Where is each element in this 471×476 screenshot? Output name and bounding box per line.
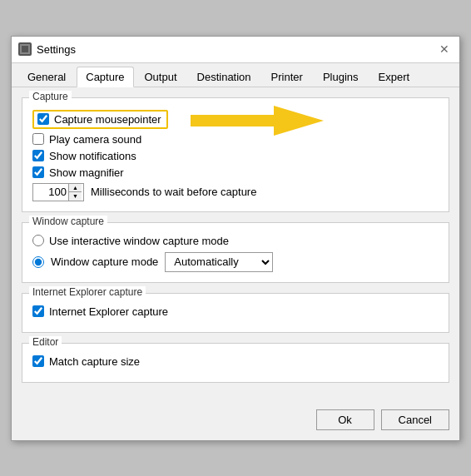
- spinner-down-button[interactable]: ▼: [69, 192, 82, 201]
- title-bar: Settings ✕: [12, 37, 459, 63]
- show-notifications-label: Show notifications: [49, 150, 136, 162]
- svg-rect-1: [22, 46, 28, 52]
- capture-section-body: Capture mousepointer: [32, 110, 439, 201]
- close-button[interactable]: ✕: [436, 41, 453, 57]
- title-bar-left: Settings: [18, 42, 76, 56]
- milliseconds-spinner[interactable]: 100 ▲ ▼: [32, 183, 84, 201]
- editor-section-title: Editor: [29, 336, 62, 348]
- capture-mousepointer-row: Capture mousepointer: [32, 110, 439, 129]
- window-capture-body: Use interactive window capture mode Wind…: [32, 235, 439, 272]
- match-capture-size-checkbox[interactable]: [32, 355, 44, 367]
- tab-general[interactable]: General: [18, 67, 75, 87]
- main-content: Capture Capture mousepointer: [12, 87, 459, 403]
- ie-capture-checkbox[interactable]: [32, 305, 44, 317]
- milliseconds-label: Milliseconds to wait before capture: [91, 186, 256, 198]
- tabs-bar: General Capture Output Destination Print…: [12, 63, 459, 87]
- show-magnifier-row: Show magnifier: [32, 166, 439, 179]
- interactive-mode-radio[interactable]: [32, 235, 44, 246]
- footer: Ok Cancel: [12, 403, 459, 440]
- tab-printer[interactable]: Printer: [262, 67, 312, 87]
- spinner-arrows: ▲ ▼: [68, 184, 82, 201]
- settings-window: Settings ✕ General Capture Output Destin…: [11, 36, 460, 441]
- tab-expert[interactable]: Expert: [369, 67, 419, 87]
- window-mode-label: Window capture mode: [51, 255, 158, 268]
- tab-output[interactable]: Output: [136, 67, 186, 87]
- svg-marker-3: [191, 106, 324, 136]
- window-title: Settings: [37, 43, 76, 56]
- ie-capture-label: Internet Explorer capture: [49, 305, 168, 318]
- show-magnifier-checkbox[interactable]: [32, 166, 44, 178]
- ie-capture-section: Internet Explorer capture Internet Explo…: [22, 293, 449, 333]
- milliseconds-input[interactable]: 100: [33, 184, 68, 201]
- editor-section-body: Match capture size: [32, 355, 439, 368]
- capture-mousepointer-label: Capture mousepointer: [54, 113, 161, 126]
- match-capture-size-row: Match capture size: [32, 355, 439, 368]
- spinner-up-button[interactable]: ▲: [69, 184, 82, 193]
- spinner-row: 100 ▲ ▼ Milliseconds to wait before capt…: [32, 183, 439, 201]
- capture-mousepointer-checkbox[interactable]: [37, 113, 49, 125]
- match-capture-size-label: Match capture size: [49, 355, 140, 368]
- yellow-arrow: [191, 106, 324, 136]
- tab-plugins[interactable]: Plugins: [314, 67, 368, 87]
- ie-capture-row: Internet Explorer capture: [32, 305, 439, 318]
- window-capture-title: Window capture: [29, 216, 107, 227]
- app-icon: [18, 42, 32, 56]
- window-mode-row: Window capture mode Automatically Manual…: [32, 252, 439, 272]
- show-magnifier-label: Show magnifier: [49, 166, 124, 179]
- window-capture-section: Window capture Use interactive window ca…: [22, 222, 449, 283]
- tab-destination[interactable]: Destination: [188, 67, 260, 87]
- tab-capture[interactable]: Capture: [77, 67, 133, 87]
- window-mode-radio[interactable]: [32, 256, 44, 268]
- cancel-button[interactable]: Cancel: [381, 409, 449, 430]
- show-notifications-checkbox[interactable]: [32, 150, 44, 161]
- ok-button[interactable]: Ok: [316, 409, 374, 430]
- interactive-mode-row: Use interactive window capture mode: [32, 235, 439, 247]
- ie-capture-body: Internet Explorer capture: [32, 305, 439, 318]
- play-camera-sound-label: Play camera sound: [49, 133, 141, 146]
- play-camera-sound-checkbox[interactable]: [32, 133, 44, 145]
- editor-section: Editor Match capture size: [22, 343, 449, 383]
- capture-section-title: Capture: [29, 91, 72, 102]
- window-mode-dropdown[interactable]: Automatically Manually: [165, 252, 273, 272]
- interactive-mode-label: Use interactive window capture mode: [49, 235, 229, 247]
- capture-section: Capture Capture mousepointer: [22, 97, 449, 212]
- show-notifications-row: Show notifications: [32, 150, 439, 162]
- play-camera-sound-row: Play camera sound: [32, 133, 439, 146]
- ie-capture-title: Internet Explorer capture: [29, 286, 146, 298]
